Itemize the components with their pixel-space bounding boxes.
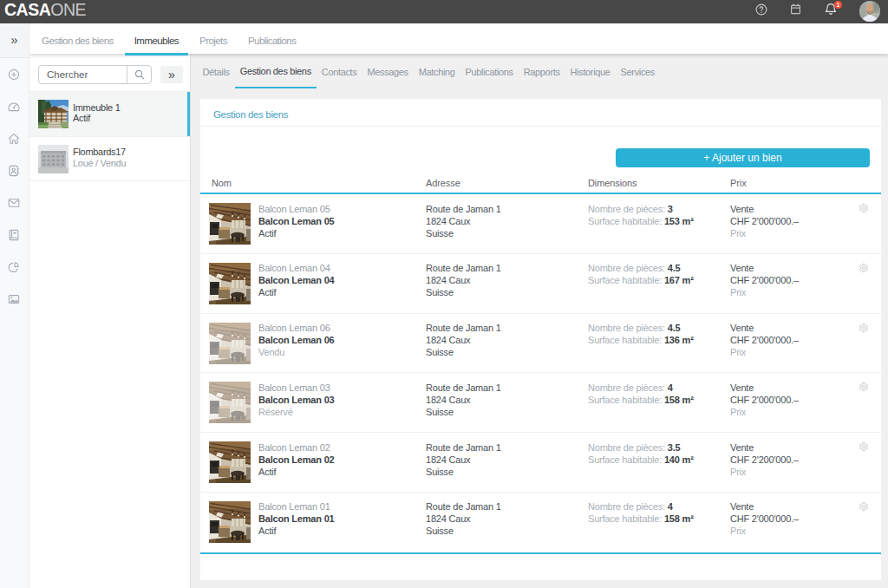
cell-adresse: Route de Jaman 1 1824 Caux Suisse xyxy=(426,382,501,418)
cell-nom: Balcon Leman 04 Balcon Leman 04 Actif xyxy=(258,262,334,298)
add-property-button[interactable]: + Ajouter un bien xyxy=(616,148,870,167)
nav-tab[interactable]: Publications xyxy=(238,23,305,54)
cell-prix: Vente CHF 2'000'000.– Prix xyxy=(730,500,799,537)
contacts-icon[interactable] xyxy=(7,164,21,178)
detail-tab[interactable]: Publications xyxy=(460,54,519,88)
interior-photo xyxy=(209,203,251,245)
price-label: Prix xyxy=(730,525,799,537)
building-text: Immeuble 1 Actif xyxy=(73,102,120,124)
dashboard-icon[interactable] xyxy=(7,100,21,114)
building-list-item[interactable]: Flombards17 Loué / Vendu xyxy=(29,137,190,182)
detail-tab[interactable]: Messages xyxy=(362,54,413,88)
search-input[interactable] xyxy=(39,66,127,83)
cell-dimensions: Nombre de pièces: 4 Surface habitable: 1… xyxy=(588,382,694,406)
property-thumbnail xyxy=(209,382,251,423)
detail-tab[interactable]: Rapports xyxy=(519,54,565,88)
notification-badge[interactable]: 1 xyxy=(834,1,842,9)
table-row[interactable]: Balcon Leman 01 Balcon Leman 01 Actif Ro… xyxy=(200,493,881,552)
building-title: Immeuble 1 xyxy=(73,102,120,114)
cell-dimensions: Nombre de pièces: 4.5 Surface habitable:… xyxy=(588,262,694,286)
building-list-item[interactable]: Immeuble 1 Actif xyxy=(29,92,190,137)
property-thumbnail xyxy=(209,441,251,483)
content-card: Gestion des biens + Ajouter un bien Nom … xyxy=(200,99,881,580)
nav-tab[interactable]: Immeubles xyxy=(125,23,188,54)
row-settings-gear-icon[interactable] xyxy=(859,203,869,213)
home-icon[interactable] xyxy=(7,132,21,146)
detail-tab[interactable]: Contacts xyxy=(317,54,362,88)
search-button[interactable] xyxy=(127,66,151,83)
property-subtitle: Balcon Leman 06 xyxy=(258,322,334,334)
property-name: Balcon Leman 03 xyxy=(258,394,334,406)
property-thumbnail xyxy=(209,263,251,304)
row-settings-gear-icon[interactable] xyxy=(859,382,869,392)
pieces-label: Nombre de pièces: xyxy=(588,204,665,214)
module-nav: Gestion des biensImmeublesProjetsPublica… xyxy=(29,23,888,54)
detail-tab[interactable]: Gestion des biens xyxy=(235,54,317,88)
price-label: Prix xyxy=(730,466,799,478)
pie-chart-icon[interactable] xyxy=(7,260,21,274)
gear-glyph xyxy=(859,263,869,273)
add-circle-icon[interactable] xyxy=(7,68,21,82)
panel-expand-button[interactable]: » xyxy=(160,66,183,83)
cell-adresse: Route de Jaman 1 1824 Caux Suisse xyxy=(426,441,501,478)
double-chevron-icon: » xyxy=(10,33,17,49)
row-settings-gear-icon[interactable] xyxy=(859,263,869,273)
surface-line: Surface habitable: 167 m² xyxy=(588,274,694,286)
address-line1: Route de Jaman 1 xyxy=(426,203,501,215)
property-thumbnail xyxy=(209,323,251,364)
strip-collapse-button[interactable]: » xyxy=(0,23,29,58)
property-thumbnail xyxy=(209,203,251,245)
buildings-panel: » Immeuble 1 Actif xyxy=(29,54,191,588)
pie-chart-icon-glyph xyxy=(7,260,21,274)
detail-tab[interactable]: Services xyxy=(616,54,660,88)
buildings-list: Immeuble 1 Actif Flombards17 Loué / Vend… xyxy=(29,92,190,181)
gear-glyph xyxy=(859,203,869,213)
cell-adresse: Route de Jaman 1 1824 Caux Suisse xyxy=(426,500,501,537)
pieces-line: Nombre de pièces: 3 xyxy=(588,203,694,215)
pieces-label: Nombre de pièces: xyxy=(588,442,665,453)
photos-icon[interactable] xyxy=(7,292,21,306)
table-row[interactable]: Balcon Leman 06 Balcon Leman 06 Vendu Ro… xyxy=(200,314,881,374)
chalet-photo xyxy=(38,100,69,128)
casaone-logo[interactable]: CASAONE xyxy=(4,0,86,20)
table-row[interactable]: Balcon Leman 04 Balcon Leman 04 Actif Ro… xyxy=(200,254,881,314)
table-row[interactable]: Balcon Leman 03 Balcon Leman 03 Réservé … xyxy=(200,373,881,433)
dashboard-icon-glyph xyxy=(7,100,21,114)
row-settings-gear-icon[interactable] xyxy=(859,501,869,512)
row-settings-gear-icon[interactable] xyxy=(859,323,869,333)
address-line3: Suisse xyxy=(426,227,501,239)
sale-type: Vente xyxy=(730,441,799,454)
cell-prix: Vente CHF 2'000'000.– Prix xyxy=(730,262,799,298)
property-name: Balcon Leman 02 xyxy=(258,454,334,466)
help-icon[interactable] xyxy=(755,3,767,16)
cell-nom: Balcon Leman 05 Balcon Leman 05 Actif xyxy=(258,203,334,239)
cell-prix: Vente CHF 2'200'000.– Prix xyxy=(730,441,799,478)
gear-glyph xyxy=(859,441,869,452)
detail-tab[interactable]: Historique xyxy=(565,54,616,88)
table-row[interactable]: Balcon Leman 02 Balcon Leman 02 Actif Ro… xyxy=(200,433,881,493)
surface-value: 158 m² xyxy=(664,395,694,405)
mail-icon[interactable] xyxy=(7,196,21,210)
address-line2: 1824 Caux xyxy=(426,394,501,406)
user-avatar[interactable] xyxy=(859,1,880,22)
pieces-value: 3 xyxy=(668,204,673,214)
contacts-icon-glyph xyxy=(7,164,21,178)
price: CHF 2'200'000.– xyxy=(730,454,799,466)
journal-icon[interactable] xyxy=(7,228,21,242)
surface-line: Surface habitable: 153 m² xyxy=(588,215,694,227)
interior-photo xyxy=(209,382,251,423)
search-row: » xyxy=(29,54,190,92)
detail-tab[interactable]: Matching xyxy=(414,54,460,88)
detail-tabs: DétailsGestion des biensContactsMessages… xyxy=(191,54,888,88)
nav-tab[interactable]: Projets xyxy=(190,23,237,54)
nav-tab[interactable]: Gestion des biens xyxy=(32,23,123,54)
detail-tab[interactable]: Détails xyxy=(198,54,235,88)
calendar-icon[interactable] xyxy=(790,3,801,15)
table-row[interactable]: Balcon Leman 05 Balcon Leman 05 Actif Ro… xyxy=(200,194,881,254)
row-settings-gear-icon[interactable] xyxy=(859,441,869,452)
address-line1: Route de Jaman 1 xyxy=(426,382,501,394)
gear-glyph xyxy=(859,323,869,333)
cell-dimensions: Nombre de pièces: 4.5 Surface habitable:… xyxy=(588,322,694,346)
logo-one: ONE xyxy=(50,0,86,19)
pieces-line: Nombre de pièces: 4 xyxy=(588,500,694,513)
